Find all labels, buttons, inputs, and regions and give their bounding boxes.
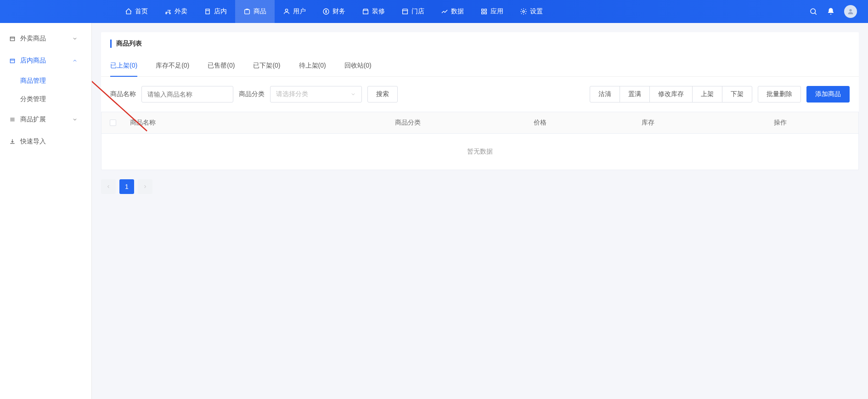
filter-category-label: 商品分类 <box>239 90 265 98</box>
nav-goods[interactable]: 商品 <box>235 0 275 23</box>
tab-label: 库存不足(0) <box>156 62 189 69</box>
nav-instore[interactable]: 店内 <box>196 0 235 23</box>
box-icon <box>9 35 16 42</box>
svg-rect-17 <box>10 37 14 41</box>
nav-label: 首页 <box>135 7 148 16</box>
nav-label: 财务 <box>333 7 345 16</box>
svg-rect-19 <box>10 59 14 63</box>
add-product-button[interactable]: 添加商品 <box>806 86 850 103</box>
nav-settings[interactable]: 设置 <box>512 0 551 23</box>
delivery-icon <box>164 8 172 15</box>
tab-label: 已售罄(0) <box>208 62 235 69</box>
tab-recycle[interactable]: 回收站(0) <box>344 55 372 76</box>
sidebar-item-delivery-goods[interactable]: 外卖商品 <box>0 28 91 50</box>
tabs: 已上架(0) 库存不足(0) 已售罄(0) 已下架(0) 待上架(0) 回收站(… <box>101 55 859 77</box>
page-prev-button[interactable] <box>101 179 116 194</box>
tab-low-stock[interactable]: 库存不足(0) <box>156 55 189 76</box>
chevron-left-icon <box>106 184 111 189</box>
fill-stock-button[interactable]: 置满 <box>620 86 650 103</box>
sidebar-item-quick-import[interactable]: 快速导入 <box>0 131 91 153</box>
th-category: 商品分类 <box>329 112 486 133</box>
svg-point-0 <box>166 13 167 14</box>
nav-data[interactable]: 数据 <box>433 0 472 23</box>
tab-label: 已上架(0) <box>110 62 137 69</box>
svg-rect-8 <box>403 11 408 14</box>
nav-shop[interactable]: 门店 <box>393 0 433 23</box>
card-header: 商品列表 <box>101 32 859 55</box>
sidebar: 外卖商品 店内商品 商品管理 分类管理 商品扩展 快速导入 <box>0 23 92 399</box>
sidebar-sub-product-manage[interactable]: 商品管理 <box>0 72 91 90</box>
chevron-down-icon <box>350 91 356 97</box>
tab-pending[interactable]: 待上架(0) <box>299 55 326 76</box>
nav-label: 外卖 <box>175 7 187 16</box>
page-next-button[interactable] <box>138 179 152 194</box>
avatar[interactable] <box>844 5 857 18</box>
svg-point-1 <box>169 13 171 14</box>
th-price: 价格 <box>486 112 594 133</box>
sidebar-item-goods-extension[interactable]: 商品扩展 <box>0 108 91 131</box>
home-icon <box>125 8 132 15</box>
nav-finance[interactable]: 财务 <box>314 0 354 23</box>
modify-stock-button[interactable]: 修改库存 <box>649 86 693 103</box>
app-icon <box>480 8 488 15</box>
sidebar-sub-category-manage[interactable]: 分类管理 <box>0 90 91 108</box>
list-icon <box>9 116 16 123</box>
page-title: 商品列表 <box>110 40 850 48</box>
page-number-button[interactable]: 1 <box>119 179 134 194</box>
nav-right <box>809 5 857 18</box>
chevron-up-icon <box>72 58 78 63</box>
chevron-right-icon <box>142 184 148 189</box>
svg-rect-2 <box>206 9 209 14</box>
empty-state: 暂无数据 <box>101 134 858 170</box>
nav-label: 装修 <box>372 7 385 16</box>
nav-decor[interactable]: 装修 <box>354 0 393 23</box>
batch-delete-button[interactable]: 批量删除 <box>758 86 801 103</box>
nav-items: 首页 外卖 店内 商品 用户 财务 装修 门店 <box>117 0 551 23</box>
top-nav: 首页 外卖 店内 商品 用户 财务 装修 门店 <box>0 0 868 23</box>
bell-icon[interactable] <box>827 7 835 16</box>
sidebar-item-label: 快速导入 <box>20 137 46 146</box>
store-icon <box>204 8 211 15</box>
nav-label: 门店 <box>411 7 424 16</box>
nav-label: 店内 <box>214 7 227 16</box>
nav-delivery[interactable]: 外卖 <box>156 0 196 23</box>
import-icon <box>9 138 16 145</box>
select-all-checkbox[interactable] <box>110 120 116 126</box>
nav-label: 商品 <box>254 7 266 16</box>
search-button[interactable]: 搜索 <box>367 86 398 103</box>
decor-icon <box>362 8 369 15</box>
tab-off-shelf[interactable]: 已下架(0) <box>253 55 280 76</box>
th-stock: 库存 <box>594 112 702 133</box>
bulk-action-group: 沽清 置满 修改库存 上架 下架 <box>590 86 752 103</box>
filter-row: 商品名称 商品分类 请选择分类 搜索 沽清 置满 修改库存 上架 下架 批量删除… <box>101 77 859 112</box>
off-shelf-button[interactable]: 下架 <box>722 86 752 103</box>
sidebar-item-instore-goods[interactable]: 店内商品 <box>0 50 91 72</box>
nav-home[interactable]: 首页 <box>117 0 156 23</box>
nav-user[interactable]: 用户 <box>275 0 314 23</box>
nav-app[interactable]: 应用 <box>472 0 512 23</box>
shop-icon <box>401 8 409 15</box>
data-icon <box>441 8 448 15</box>
svg-rect-10 <box>485 9 486 11</box>
tab-on-shelf[interactable]: 已上架(0) <box>110 55 137 76</box>
sidebar-item-label: 外卖商品 <box>20 34 46 43</box>
main-content: 商品列表 已上架(0) 库存不足(0) 已售罄(0) 已下架(0) 待上架(0)… <box>92 23 868 399</box>
select-placeholder: 请选择分类 <box>276 90 308 98</box>
nav-label: 用户 <box>293 7 306 16</box>
svg-point-14 <box>811 9 816 14</box>
pagination: 1 <box>101 179 859 194</box>
on-shelf-button[interactable]: 上架 <box>692 86 722 103</box>
svg-rect-9 <box>482 9 484 11</box>
product-name-input[interactable] <box>141 86 233 103</box>
sidebar-sub-label: 商品管理 <box>20 77 46 85</box>
svg-rect-11 <box>482 12 484 14</box>
tab-sold-out[interactable]: 已售罄(0) <box>208 55 235 76</box>
svg-rect-7 <box>363 10 368 14</box>
svg-point-16 <box>849 9 851 11</box>
clear-stock-button[interactable]: 沽清 <box>590 86 620 103</box>
search-icon[interactable] <box>809 7 817 16</box>
filter-name-label: 商品名称 <box>110 90 136 98</box>
layout: 外卖商品 店内商品 商品管理 分类管理 商品扩展 快速导入 商品列表 <box>0 23 868 399</box>
table-header: 商品名称 商品分类 价格 库存 操作 <box>101 112 858 134</box>
category-select[interactable]: 请选择分类 <box>270 86 362 103</box>
